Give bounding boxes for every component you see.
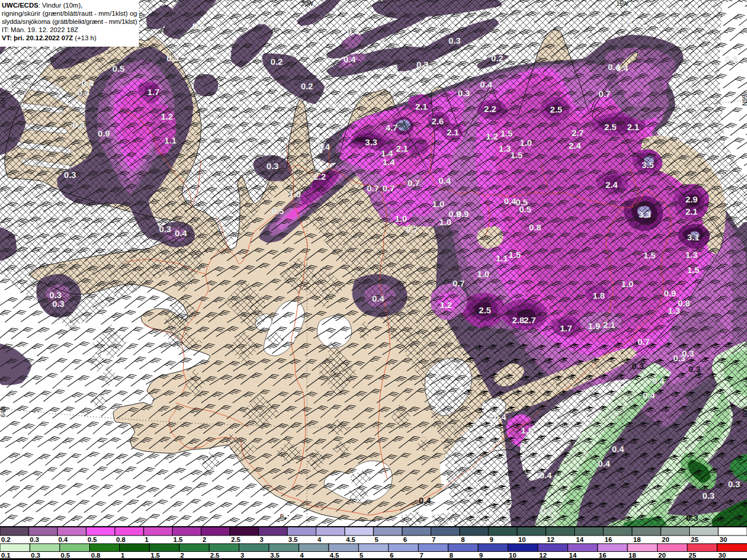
svg-text:2.1: 2.1 — [416, 102, 428, 111]
svg-text:1.5: 1.5 — [511, 150, 523, 160]
svg-text:0.2: 0.2 — [301, 81, 313, 91]
svg-text:0.5: 0.5 — [519, 204, 532, 214]
svg-text:0.8: 0.8 — [116, 536, 126, 543]
svg-text:0.3: 0.3 — [167, 53, 179, 63]
svg-text:20W: 20W — [301, 1, 313, 7]
svg-text:1.4: 1.4 — [383, 157, 396, 167]
svg-text:0.4: 0.4 — [439, 176, 452, 186]
svg-text:10: 10 — [518, 536, 526, 543]
svg-text:3.3: 3.3 — [365, 137, 378, 147]
svg-text:3.1: 3.1 — [687, 232, 700, 242]
svg-text:0.7: 0.7 — [453, 278, 465, 288]
svg-text:3.5: 3.5 — [270, 552, 280, 559]
svg-text:2.5: 2.5 — [231, 536, 241, 543]
svg-text:2.7: 2.7 — [572, 128, 584, 138]
svg-text:1.5: 1.5 — [644, 250, 656, 260]
svg-text:1.2: 1.2 — [486, 131, 498, 141]
svg-text:2.9: 2.9 — [686, 194, 698, 204]
svg-text:14: 14 — [569, 552, 577, 559]
svg-text:66N: 66N — [0, 97, 6, 108]
svg-text:slydda/snjókoma (grátt/bleikt/: slydda/snjókoma (grátt/bleikt/grænt - mm… — [2, 18, 137, 25]
svg-text:2.8: 2.8 — [512, 315, 525, 325]
svg-text:0.3: 0.3 — [703, 491, 715, 501]
svg-text:1.9: 1.9 — [588, 321, 601, 331]
svg-text:9: 9 — [479, 552, 483, 559]
svg-text:0.3: 0.3 — [728, 479, 741, 489]
svg-text:0.3: 0.3 — [64, 170, 76, 180]
svg-text:0.4: 0.4 — [175, 228, 188, 238]
svg-text:0.4: 0.4 — [193, 21, 205, 31]
svg-text:2.5: 2.5 — [479, 305, 491, 315]
svg-text:25: 25 — [691, 536, 699, 543]
svg-text:6: 6 — [403, 536, 407, 543]
svg-text:0.9: 0.9 — [98, 128, 110, 138]
svg-text:1.0: 1.0 — [622, 279, 634, 289]
svg-text:0.8: 0.8 — [529, 222, 542, 232]
svg-text:1.0: 1.0 — [432, 199, 445, 209]
svg-text:2.4: 2.4 — [569, 141, 582, 150]
svg-text:14: 14 — [576, 536, 584, 543]
svg-text:8: 8 — [461, 536, 465, 543]
svg-text:1.2: 1.2 — [440, 300, 452, 310]
svg-text:1.0: 1.0 — [477, 269, 490, 279]
svg-text:0.3: 0.3 — [267, 161, 279, 171]
svg-text:1.0: 1.0 — [289, 189, 301, 199]
svg-text:1.5: 1.5 — [687, 265, 700, 275]
svg-text:12: 12 — [539, 552, 547, 559]
svg-text:66N: 66N — [741, 95, 747, 106]
svg-text:0.3: 0.3 — [31, 552, 40, 559]
svg-text:VT: þri. 20.12.2022 07Z (+13 h: VT: þri. 20.12.2022 07Z (+13 h) — [2, 34, 96, 41]
svg-text:1.7: 1.7 — [148, 87, 160, 97]
svg-text:2.5: 2.5 — [550, 104, 563, 114]
svg-text:16: 16 — [605, 536, 612, 543]
svg-text:18: 18 — [633, 536, 641, 543]
svg-text:1.0: 1.0 — [520, 138, 532, 148]
svg-text:0.5: 0.5 — [61, 552, 71, 559]
svg-text:5: 5 — [375, 536, 379, 543]
svg-text:0.7: 0.7 — [541, 506, 553, 516]
svg-text:0.2: 0.2 — [491, 53, 504, 63]
svg-text:64N: 64N — [741, 407, 747, 417]
svg-text:0.5: 0.5 — [113, 64, 125, 74]
svg-text:0.3: 0.3 — [632, 361, 644, 371]
svg-text:1.0: 1.0 — [395, 214, 407, 223]
svg-text:0.4: 0.4 — [419, 495, 432, 505]
svg-text:4: 4 — [317, 536, 322, 543]
svg-text:4.7: 4.7 — [386, 123, 398, 132]
svg-text:0.4: 0.4 — [540, 470, 553, 480]
svg-text:0.8: 0.8 — [678, 298, 690, 308]
svg-text:1: 1 — [121, 552, 125, 559]
svg-text:30: 30 — [718, 552, 726, 559]
svg-text:0.8: 0.8 — [91, 552, 101, 559]
svg-text:0.9: 0.9 — [457, 209, 469, 219]
svg-text:8: 8 — [449, 552, 453, 559]
svg-text:2.1: 2.1 — [627, 122, 640, 132]
svg-text:3.3: 3.3 — [639, 209, 651, 219]
svg-text:20: 20 — [658, 552, 666, 559]
svg-text:0.3: 0.3 — [417, 60, 429, 69]
svg-text:0.7: 0.7 — [406, 225, 418, 235]
svg-text:0.4: 0.4 — [616, 63, 629, 73]
svg-text:15W: 15W — [616, 1, 629, 7]
svg-text:0.4: 0.4 — [344, 54, 357, 64]
svg-text:2.6: 2.6 — [432, 116, 444, 126]
svg-text:1.1: 1.1 — [165, 135, 177, 145]
svg-text:2.1: 2.1 — [396, 144, 409, 153]
svg-text:0.7: 0.7 — [599, 89, 611, 99]
svg-text:7: 7 — [432, 536, 435, 543]
svg-text:3: 3 — [240, 552, 244, 559]
svg-text:0.3: 0.3 — [686, 513, 699, 523]
svg-text:0.4: 0.4 — [58, 536, 68, 543]
svg-text:UWC/ECDS: Vindur (10m),: UWC/ECDS: Vindur (10m), — [2, 2, 82, 9]
svg-text:0.4: 0.4 — [494, 412, 507, 422]
svg-text:12: 12 — [547, 536, 554, 543]
svg-text:4.5: 4.5 — [330, 552, 340, 559]
svg-text:30: 30 — [720, 536, 727, 543]
svg-text:1.5: 1.5 — [173, 536, 183, 543]
svg-text:0.3: 0.3 — [682, 348, 694, 358]
svg-text:0.4: 0.4 — [82, 78, 95, 88]
svg-text:25: 25 — [689, 552, 696, 559]
svg-text:0.4: 0.4 — [347, 26, 360, 36]
svg-text:0.4: 0.4 — [73, 120, 86, 130]
svg-text:0.2: 0.2 — [271, 57, 283, 66]
